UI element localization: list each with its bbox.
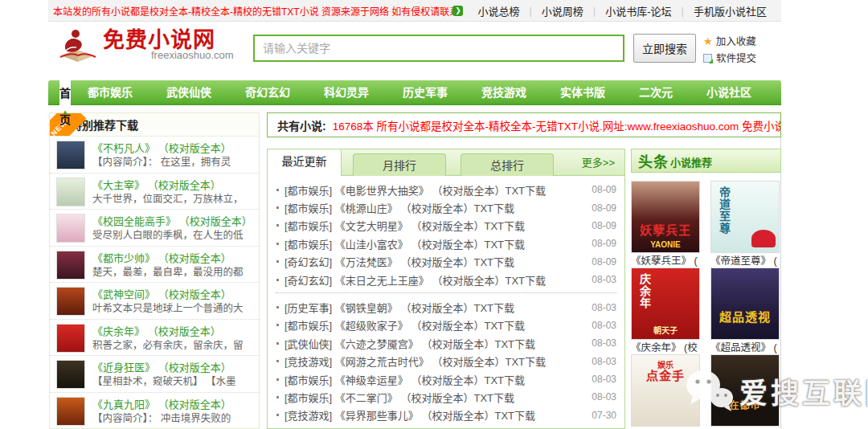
book-description: 【星相卦术，窥破天机】 【水墨 (92, 375, 235, 389)
book-title-link[interactable]: 《近身狂医》 （校对版全本） (92, 360, 235, 375)
book-cover[interactable]: 在都市 (710, 354, 780, 427)
top-link-mobile-community[interactable]: 手机版小说社区 (684, 3, 776, 18)
update-date: 08-09 (585, 202, 616, 214)
novel-link[interactable]: [都市娱乐] 《超级败家子》 （校对版全本）TXT下载 (285, 317, 525, 333)
bullet-icon (276, 224, 279, 227)
book-title-link[interactable]: 《不朽凡人》 （校对版全本） (92, 141, 231, 156)
tab-monthly-rank[interactable]: 月排行 (353, 153, 446, 176)
update-date: 07-30 (585, 410, 616, 421)
table-row: [都市娱乐] 《山洼小富农》 （校对版全本）TXT下载08-09 (276, 235, 616, 252)
novel-link[interactable]: [奇幻玄幻] 《万法梵医》 （校对版全本）TXT下载 (285, 254, 514, 269)
table-row: [都市娱乐] 《桃源山庄》 （校对版全本）TXT下载08-09 (276, 198, 616, 216)
novel-link[interactable]: [竞技游戏] 《网游之荒古时代》 （校对版全本）TXT下载 (285, 353, 546, 369)
nav-item-mobile[interactable]: 小说手机版 (768, 80, 858, 104)
logo-book-icon (58, 28, 98, 67)
novel-link[interactable]: [都市娱乐] 《文艺大明星》 （校对版全本）TXT下载 (285, 218, 525, 233)
tab-latest-updates[interactable]: 最近更新 (268, 149, 342, 176)
nav-item-game[interactable]: 竞技游戏 (465, 80, 543, 104)
novel-link[interactable]: [都市娱乐] 《电影世界大抽奖》 （校对版全本）TXT下载 (285, 182, 546, 198)
book-title-link[interactable]: 《校园全能高手》 （校对版全本） (92, 214, 252, 229)
page-container: 本站发的所有小说都是校对全本-精校全本-精校的无错TXT小说 资源来源于网络 如… (48, 0, 781, 429)
book-cover[interactable]: 庆余年 朝天子 (631, 268, 700, 340)
book-card: 娱乐 点金手 《娱乐点金手》 (631, 354, 700, 429)
top-link-library-forum[interactable]: 小说书库-论坛 (596, 3, 681, 18)
nav-item-home[interactable]: 首页 ▲ (59, 80, 71, 109)
update-date: 08-09 (585, 220, 616, 231)
search-input[interactable] (253, 35, 624, 62)
novel-link[interactable]: [武侠仙侠] 《六迹之梦魇宫》 （校对版全本）TXT下载 (285, 336, 535, 351)
novel-link[interactable]: [都市娱乐] 《神级幸运星》 （校对版全本）TXT下载 (285, 372, 525, 387)
book-cover[interactable]: 超品透视 (710, 268, 780, 340)
novel-link[interactable]: [竞技游戏] 《异界那些事儿》 （校对版全本）TXT下载 (285, 407, 535, 423)
book-caption[interactable]: 《超品透视》 ( (710, 341, 780, 354)
table-row: [都市娱乐] 《不二掌门》 （校对版全本）TXT下载08-03 (276, 388, 616, 406)
top-link-rank-total[interactable]: 小说总榜 (468, 3, 529, 18)
book-caption[interactable]: 《庆余年》 (校 (631, 341, 700, 354)
novel-link[interactable]: [都市娱乐] 《桃源山庄》 （校对版全本）TXT下载 (285, 200, 514, 215)
top-link-rank-week[interactable]: 小说周榜 (532, 3, 593, 18)
bullet-icon (276, 342, 279, 345)
novel-link[interactable]: [都市娱乐] 《山洼小富农》 （校对版全本）TXT下载 (285, 236, 525, 251)
update-date: 08-03 (585, 391, 616, 402)
book-cover-thumbnail[interactable] (56, 214, 85, 243)
book-cover[interactable]: 帝道至尊 (710, 181, 780, 253)
table-row: [都市娱乐] 《超级败家子》 （校对版全本）TXT下载08-03 (276, 317, 616, 334)
book-card: 妖孽兵王 YAONIE 《妖孽兵王》 ( (631, 181, 700, 268)
book-cover-thumbnail[interactable] (56, 251, 85, 280)
add-favorite-link[interactable]: ★加入收藏 (703, 33, 756, 51)
list-item: 《都市少帅》 （校对版全本） 楚天，最差，最自卑，最没用的都 (50, 247, 259, 284)
book-cover-thumbnail[interactable] (56, 360, 85, 389)
table-row: [竞技游戏] 《异界那些事儿》 （校对版全本）TXT下载07-30 (276, 407, 616, 424)
software-submit-link[interactable]: 软件提交 (703, 51, 756, 67)
logo-text: 免费小说网 freexiaoshuo.com (103, 28, 234, 61)
book-title-link[interactable]: 《大主宰》 （校对版全本） (92, 178, 244, 193)
sidebar-header: NEW 特别推荐下载 (50, 113, 259, 137)
table-row: [都市娱乐] 《神级幸运星》 （校对版全本）TXT下载08-03 (276, 370, 616, 388)
book-cover-thumbnail[interactable] (56, 287, 85, 316)
book-cover-thumbnail[interactable] (56, 397, 85, 426)
nav-item-community[interactable]: 小说社区 (690, 80, 768, 104)
book-title-link[interactable]: 《武神空间》 （校对版全本） (92, 287, 244, 302)
tab-total-rank[interactable]: 总排行 (461, 153, 554, 176)
top-bar: 本站发的所有小说都是校对全本-精校全本-精校的无错TXT小说 资源来源于网络 如… (48, 0, 781, 22)
nav-item-scifi[interactable]: 科幻灵异 (307, 80, 386, 104)
update-date: 08-09 (585, 184, 616, 195)
novel-link[interactable]: [历史军事] 《钢铁皇朝》 （校对版全本）TXT下载 (285, 300, 514, 315)
table-row: [奇幻玄幻] 《末日之无上王座》 （校对版全本）TXT下载08-03 (276, 271, 616, 288)
table-row: [奇幻玄幻] 《万法梵医》 （校对版全本）TXT下载08-09 (276, 253, 616, 271)
book-caption[interactable]: 《妖孽兵王》 ( (631, 255, 700, 268)
table-row: [竞技游戏] 《网游之荒古时代》 （校对版全本）TXT下载08-03 (276, 353, 616, 370)
search-button[interactable]: 立即搜索 (633, 34, 696, 63)
book-title-link[interactable]: 《九真九阳》 （校对版全本） (92, 397, 231, 412)
book-cover[interactable]: 妖孽兵王 YAONIE (631, 181, 700, 253)
more-link[interactable]: 更多>> (582, 154, 624, 170)
book-cover-thumbnail[interactable] (56, 324, 85, 353)
book-cover-thumbnail[interactable] (56, 178, 85, 206)
book-cover[interactable]: 娱乐 点金手 (631, 354, 700, 427)
book-description: 受尽别人白眼的季枫，在人生的低 (92, 229, 252, 243)
book-caption[interactable]: 《帝道至尊》 ( (710, 255, 780, 268)
novel-link[interactable]: [奇幻玄幻] 《末日之无上王座》 （校对版全本）TXT下载 (285, 272, 546, 288)
nav-item-print[interactable]: 实体书版 (543, 80, 622, 104)
top-links: ❯ 小说总榜| 小说周榜| 小说书库-论坛| 手机版小说社区 (452, 3, 776, 18)
update-date: 08-09 (585, 256, 616, 268)
novel-list: [都市娱乐] 《电影世界大抽奖》 （校对版全本）TXT下载08-09 [都市娱乐… (268, 176, 624, 424)
table-row: [都市娱乐] 《文艺大明星》 （校对版全本）TXT下载08-09 (276, 217, 616, 235)
bullet-icon (276, 360, 279, 362)
software-icon (703, 54, 712, 63)
active-tab-arrow-icon: ▲ (62, 109, 68, 116)
book-title-link[interactable]: 《庆余年》 （校对版全本） (92, 324, 244, 339)
nav-item-wuxia[interactable]: 武侠仙侠 (149, 80, 228, 104)
nav-item-acg[interactable]: 二次元 (622, 80, 690, 104)
list-item: 《大主宰》 （校对版全本） 大千世界，位面交汇，万族林立， (50, 174, 259, 210)
bullet-icon (276, 414, 279, 416)
book-cover-thumbnail[interactable] (56, 141, 85, 170)
nav-item-urban[interactable]: 都市娱乐 (71, 80, 149, 104)
book-title-link[interactable]: 《都市少帅》 （校对版全本） (92, 251, 244, 266)
nav-item-fantasy[interactable]: 奇幻玄幻 (228, 80, 307, 104)
table-row: [都市娱乐] 《电影世界大抽奖》 （校对版全本）TXT下载08-09 (276, 181, 616, 198)
nav-item-history[interactable]: 历史军事 (386, 80, 465, 104)
novel-link[interactable]: [都市娱乐] 《不二掌门》 （校对版全本）TXT下载 (285, 390, 514, 405)
site-logo[interactable]: 免费小说网 freexiaoshuo.com (58, 28, 234, 67)
update-date: 08-03 (585, 337, 616, 349)
